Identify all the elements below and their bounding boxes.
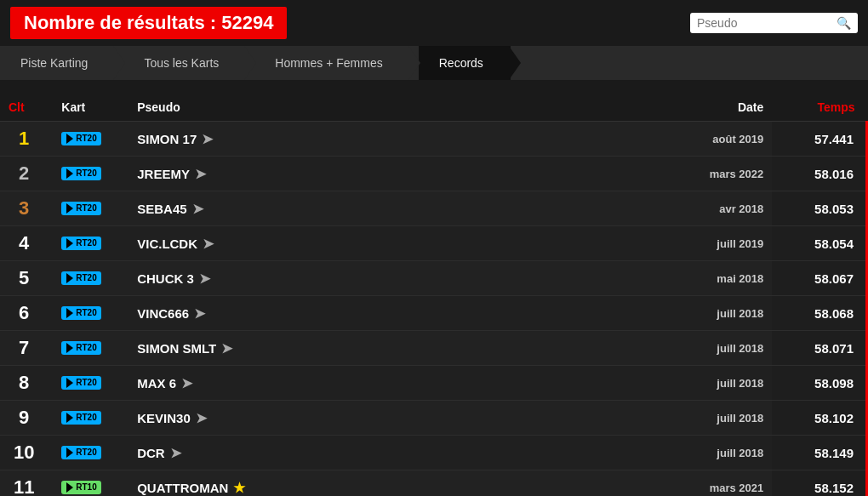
player-arrow-icon: ➤ [192, 201, 203, 217]
table-row: 5RT20CHUCK 3➤mai 201858.067 [0, 261, 867, 296]
pseudo-cell[interactable]: KEVIN30➤ [128, 401, 620, 436]
kart-cell: RT20 [53, 331, 128, 366]
kart-badge: RT20 [61, 167, 100, 180]
kart-badge: RT20 [61, 446, 100, 459]
temps-cell: 58.071 [772, 331, 866, 366]
pseudo-name: VIC.LCDK [137, 237, 197, 251]
player-arrow-icon: ➤ [202, 131, 213, 147]
kart-arrow-icon [66, 203, 73, 214]
date-cell: juill 2018 [620, 296, 772, 331]
table-row: 10RT20DCR➤juill 201858.149 [0, 436, 867, 470]
kart-badge: RT20 [61, 237, 100, 250]
pseudo-cell[interactable]: CHUCK 3➤ [128, 261, 620, 296]
table-container: Clt Kart Pseudo Date Temps 1RT20SIMON 17… [0, 80, 868, 496]
rank-cell: 7 [0, 331, 53, 366]
player-arrow-icon: ➤ [203, 236, 214, 252]
kart-badge: RT20 [61, 202, 100, 215]
col-header-temps: Temps [772, 94, 866, 122]
table-row: 7RT20SIMON SMLT➤juill 201858.071 [0, 331, 867, 366]
date-cell: mars 2022 [620, 157, 772, 191]
table-row: 6RT20VINC666➤juill 201858.068 [0, 296, 867, 331]
col-header-kart: Kart [53, 94, 128, 122]
date-cell: août 2019 [620, 122, 772, 157]
pseudo-cell[interactable]: JREEMY➤ [128, 157, 620, 191]
kart-arrow-icon [66, 273, 73, 283]
temps-cell: 58.149 [772, 436, 866, 470]
player-arrow-icon: ➤ [195, 166, 206, 182]
rank-cell: 2 [0, 157, 53, 191]
search-input[interactable] [697, 16, 833, 30]
rank-cell: 10 [0, 436, 53, 470]
temps-cell: 58.016 [772, 157, 866, 191]
table-row: 2RT20JREEMY➤mars 202258.016 [0, 157, 867, 191]
rank-cell: 5 [0, 261, 53, 296]
pseudo-cell[interactable]: DCR➤ [128, 436, 620, 470]
player-star-icon: ★ [233, 480, 245, 496]
search-box[interactable]: 🔍 [690, 13, 858, 33]
table-row: 9RT20KEVIN30➤juill 201858.102 [0, 401, 867, 436]
pseudo-name: DCR [137, 446, 165, 460]
pseudo-name: SIMON 17 [137, 132, 197, 146]
pseudo-cell[interactable]: SEBA45➤ [128, 191, 620, 226]
rank-cell: 4 [0, 226, 53, 261]
kart-cell: RT20 [53, 226, 128, 261]
kart-cell: RT20 [53, 157, 128, 191]
kart-badge: RT20 [61, 132, 100, 145]
kart-arrow-icon [66, 238, 73, 248]
table-row: 1RT20SIMON 17➤août 201957.441 [0, 122, 867, 157]
pseudo-cell[interactable]: MAX 6➤ [128, 366, 620, 401]
table-header-row: Clt Kart Pseudo Date Temps [0, 94, 867, 122]
date-cell: juill 2018 [620, 366, 772, 401]
kart-arrow-icon [66, 448, 73, 458]
results-count: Nombre de résultats : 52294 [10, 7, 287, 39]
date-cell: mai 2018 [620, 261, 772, 296]
temps-cell: 58.053 [772, 191, 866, 226]
pseudo-cell[interactable]: QUATTROMAN★ [128, 470, 620, 497]
date-cell: juill 2018 [620, 401, 772, 436]
kart-cell: RT20 [53, 191, 128, 226]
kart-badge: RT10 [61, 481, 100, 494]
table-row: 3RT20SEBA45➤avr 201858.053 [0, 191, 867, 226]
pseudo-name: JREEMY [137, 167, 190, 181]
date-cell: mars 2021 [620, 470, 772, 497]
pseudo-name: SEBA45 [137, 202, 186, 216]
kart-badge: RT20 [61, 376, 100, 390]
kart-badge: RT20 [61, 341, 100, 355]
rank-cell: 11 [0, 470, 53, 497]
nav-item-records[interactable]: Records [419, 46, 511, 80]
nav-bar: Piste Karting Tous les Karts Hommes + Fe… [0, 46, 868, 80]
pseudo-cell[interactable]: SIMON SMLT➤ [128, 331, 620, 366]
rank-cell: 6 [0, 296, 53, 331]
nav-item-gender[interactable]: Hommes + Femmes [254, 46, 409, 80]
kart-cell: RT20 [53, 436, 128, 470]
kart-arrow-icon [66, 413, 73, 423]
col-header-date: Date [620, 94, 772, 122]
player-arrow-icon: ➤ [181, 375, 192, 391]
rank-cell: 3 [0, 191, 53, 226]
temps-cell: 58.098 [772, 366, 866, 401]
player-arrow-icon: ➤ [196, 410, 207, 426]
table-row: 11RT10QUATTROMAN★mars 202158.152 [0, 470, 867, 497]
temps-cell: 58.102 [772, 401, 866, 436]
pseudo-name: SIMON SMLT [137, 341, 216, 356]
kart-badge: RT20 [61, 411, 100, 425]
player-arrow-icon: ➤ [194, 305, 205, 322]
kart-cell: RT10 [53, 470, 128, 497]
date-cell: juill 2019 [620, 226, 772, 261]
nav-item-piste[interactable]: Piste Karting [0, 46, 115, 80]
temps-cell: 58.067 [772, 261, 866, 296]
pseudo-cell[interactable]: VINC666➤ [128, 296, 620, 331]
kart-cell: RT20 [53, 296, 128, 331]
date-cell: avr 2018 [620, 191, 772, 226]
pseudo-name: VINC666 [137, 306, 189, 321]
nav-item-karts[interactable]: Tous les Karts [123, 46, 246, 80]
rank-cell: 1 [0, 122, 53, 157]
player-arrow-icon: ➤ [199, 271, 210, 287]
kart-cell: RT20 [53, 401, 128, 436]
kart-arrow-icon [66, 378, 73, 388]
records-table: Clt Kart Pseudo Date Temps 1RT20SIMON 17… [0, 94, 868, 496]
temps-cell: 58.152 [772, 470, 866, 497]
pseudo-cell[interactable]: VIC.LCDK➤ [128, 226, 620, 261]
pseudo-cell[interactable]: SIMON 17➤ [128, 122, 620, 157]
pseudo-name: CHUCK 3 [137, 271, 194, 286]
